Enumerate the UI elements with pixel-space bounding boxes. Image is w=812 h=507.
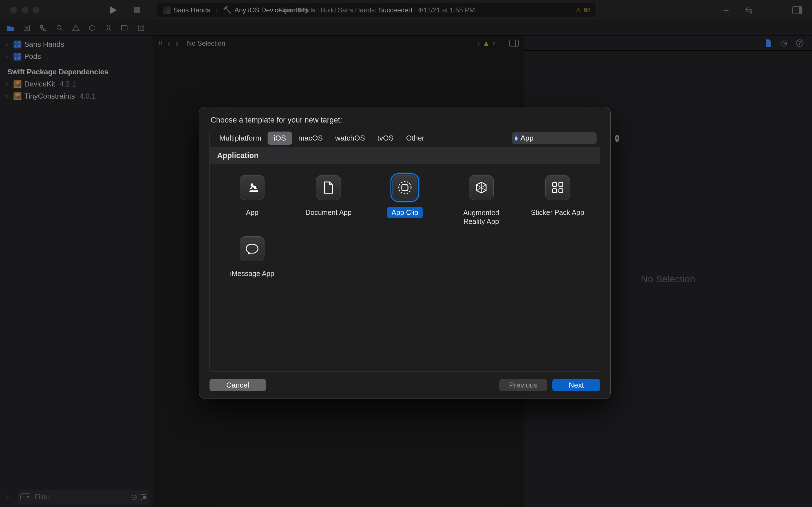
disclosure-triangle-icon[interactable]: ›: [6, 41, 11, 48]
window-toolbar: Sans Hands › 🔨 Any iOS Device (arm64) Sa…: [0, 0, 812, 20]
report-navigator-tab[interactable]: [137, 24, 146, 32]
warning-count-label: 68: [584, 6, 591, 14]
template-label: App Clip: [387, 207, 423, 218]
filter-token-icon: ⌾: [515, 135, 518, 142]
tree-project-row[interactable]: › ⛶ Sans Hands: [6, 38, 153, 50]
minimize-window-icon[interactable]: [21, 7, 28, 13]
history-inspector-tab[interactable]: ◷: [780, 38, 787, 48]
nav-forward-icon[interactable]: ›: [175, 39, 179, 48]
code-review-icon[interactable]: ⇆: [745, 4, 753, 16]
warning-triangle-icon: ⚠︎: [575, 6, 581, 14]
related-items-icon[interactable]: ⌗: [158, 39, 163, 48]
appclip-icon: [393, 175, 417, 200]
package-version-label: 4.0.1: [80, 92, 96, 101]
scm-filter-icon[interactable]: [140, 494, 147, 500]
scope-icon[interactable]: ≡ ▾: [20, 494, 31, 500]
navigator-tab-bar: [0, 20, 812, 36]
svg-text:?: ?: [798, 40, 801, 46]
help-inspector-tab[interactable]: ?: [796, 39, 804, 47]
project-navigator-tab[interactable]: [6, 24, 15, 32]
breakpoint-navigator-tab[interactable]: [121, 24, 129, 32]
platform-segment-watchos[interactable]: watchOS: [329, 131, 371, 145]
add-editor-button[interactable]: ＋: [721, 4, 731, 17]
disclosure-triangle-icon[interactable]: ›: [6, 53, 11, 60]
tree-package-row[interactable]: › 📦 TinyConstraints 4.0.1: [6, 90, 153, 102]
disclosure-triangle-icon[interactable]: ›: [6, 80, 11, 88]
build-status-word: Succeeded: [378, 6, 412, 14]
platform-segment-other[interactable]: Other: [400, 131, 430, 145]
svg-rect-15: [143, 496, 146, 499]
zoom-window-icon[interactable]: [33, 7, 40, 13]
cancel-button[interactable]: Cancel: [209, 379, 266, 391]
platform-segment-multiplatform[interactable]: Multiplatform: [213, 131, 267, 145]
stop-button[interactable]: [134, 7, 140, 13]
previous-button[interactable]: Previous: [499, 379, 547, 391]
clock-icon[interactable]: ◷: [131, 493, 137, 501]
scheme-separator-icon: ›: [215, 6, 218, 14]
template-filter-input[interactable]: [520, 134, 612, 143]
issue-navigator-tab[interactable]: [71, 24, 80, 32]
template-list: Application App Document App App Clip: [209, 147, 600, 372]
template-item-document-app[interactable]: Document App: [292, 172, 365, 231]
disclosure-triangle-icon[interactable]: ›: [6, 93, 11, 100]
symbol-navigator-tab[interactable]: [39, 24, 47, 32]
project-tree: › ⛶ Sans Hands › ⛶ Pods Swift Package De…: [0, 36, 153, 105]
template-label: App: [241, 207, 263, 218]
toggle-right-panel-button[interactable]: [792, 6, 802, 14]
template-group-header: Application: [210, 147, 600, 164]
template-item-imessage-app[interactable]: iMessage App: [215, 233, 289, 282]
activity-bar: Sans Hands › 🔨 Any iOS Device (arm64) Sa…: [157, 3, 597, 17]
tree-label: DeviceKit: [24, 80, 55, 89]
editor-split-icon[interactable]: [509, 40, 519, 47]
debug-navigator-tab[interactable]: [104, 24, 113, 32]
issue-badge[interactable]: ⚠︎ 68: [575, 6, 591, 14]
minimap-prev-icon[interactable]: ‹: [477, 39, 480, 48]
svg-rect-24: [553, 189, 557, 193]
project-navigator: › ⛶ Sans Hands › ⛶ Pods Swift Package De…: [0, 36, 153, 507]
svg-line-10: [60, 29, 62, 31]
svg-rect-23: [559, 182, 563, 186]
template-item-app[interactable]: App: [215, 172, 289, 231]
template-filter-field[interactable]: ⌾ ✕: [512, 132, 597, 144]
platform-filter-row: Multiplatform iOS macOS watchOS tvOS Oth…: [209, 129, 600, 147]
new-target-sheet: Choose a template for your new target: M…: [199, 107, 611, 399]
run-button[interactable]: [110, 6, 117, 14]
find-navigator-tab[interactable]: [55, 24, 64, 32]
source-control-navigator-tab[interactable]: [22, 24, 31, 32]
app-icon: [240, 175, 264, 200]
navigator-filter-field[interactable]: ≡ ▾ ◷: [17, 490, 149, 504]
next-button[interactable]: Next: [552, 379, 600, 391]
build-status-prefix: Sans Hands | Build Sans Hands:: [278, 6, 378, 14]
template-item-ar-app[interactable]: Augmented Reality App: [444, 172, 518, 231]
close-window-icon[interactable]: [10, 7, 17, 13]
hammer-icon: 🔨: [223, 6, 232, 15]
clear-filter-button[interactable]: ✕: [615, 135, 619, 142]
template-item-app-clip[interactable]: App Clip: [368, 172, 442, 231]
svg-rect-16: [509, 40, 518, 47]
minimap-next-icon[interactable]: ›: [493, 39, 495, 48]
template-label: iMessage App: [225, 268, 279, 279]
sheet-title: Choose a template for your new target:: [209, 116, 600, 124]
svg-rect-5: [40, 25, 43, 27]
platform-segment-macos[interactable]: macOS: [292, 131, 329, 145]
package-icon: 📦: [13, 80, 21, 88]
sheet-footer: Cancel Previous Next: [209, 372, 600, 391]
platform-segment-ios[interactable]: iOS: [267, 131, 292, 145]
svg-rect-22: [553, 182, 557, 186]
svg-rect-1: [799, 6, 802, 14]
nav-back-icon[interactable]: ‹: [168, 39, 170, 48]
test-navigator-tab[interactable]: [88, 24, 96, 32]
issue-mini-icon[interactable]: ▲: [483, 39, 490, 48]
jump-bar-path: No Selection: [187, 40, 225, 47]
svg-rect-25: [559, 189, 563, 193]
tree-project-row[interactable]: › ⛶ Pods: [6, 50, 153, 62]
grid-icon: [545, 175, 570, 200]
file-inspector-tab[interactable]: [765, 39, 772, 47]
tree-package-row[interactable]: › 📦 DeviceKit 4.2.1: [6, 78, 153, 90]
platform-segment-tvos[interactable]: tvOS: [371, 131, 400, 145]
traffic-lights: [0, 7, 40, 13]
navigator-filter-input[interactable]: [35, 493, 128, 501]
add-file-button[interactable]: ＋: [3, 492, 12, 502]
xcode-project-icon: ⛶: [13, 41, 21, 48]
template-item-sticker-pack[interactable]: Sticker Pack App: [521, 172, 594, 231]
